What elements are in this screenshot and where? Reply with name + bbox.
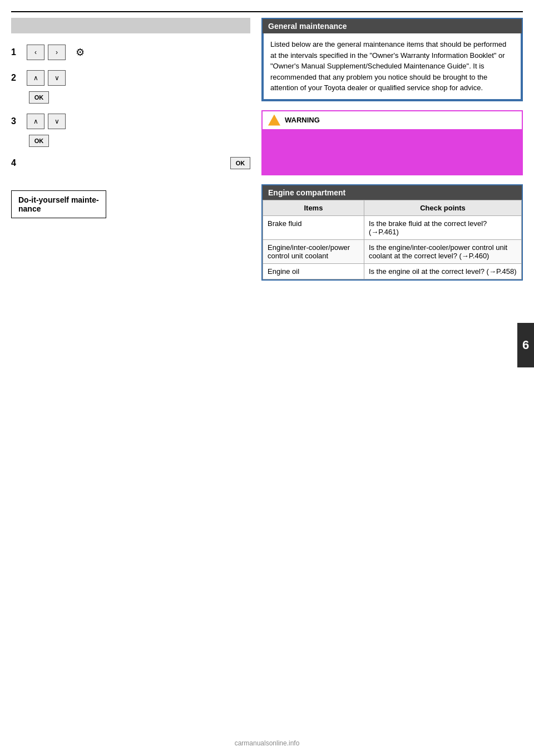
step2-ok-button[interactable]: OK [29, 91, 49, 104]
step2-up-arrow[interactable]: ∧ [27, 70, 44, 86]
warning-content [263, 130, 522, 174]
general-maintenance-header: General maintenance [263, 19, 522, 33]
chapter-number: 6 [517, 323, 534, 367]
left-top-bar-text [16, 22, 17, 30]
step2-number: 2 [11, 73, 22, 83]
table-row: Engine oilIs the engine oil at the corre… [263, 263, 522, 279]
engine-table: Items Check points Brake fluidIs the bra… [263, 200, 522, 279]
step4-container: 4 OK [11, 157, 250, 169]
general-maintenance-box: General maintenance Listed below are the… [261, 18, 523, 101]
top-divider [11, 11, 523, 12]
step1-number: 1 [11, 47, 22, 57]
step2-container: 2 ∧ ∨ OK [11, 70, 250, 104]
gear-icon: ⚙ [76, 46, 85, 58]
left-top-bar [11, 18, 250, 33]
step3-arrows: ∧ ∨ [27, 114, 67, 129]
step3-down-arrow[interactable]: ∨ [48, 114, 66, 129]
step3-up-arrow[interactable]: ∧ [27, 114, 44, 129]
table-cell-item: Brake fluid [263, 215, 364, 239]
table-col-check: Check points [364, 200, 521, 215]
table-cell-check: Is the engine oil at the correct level? … [364, 263, 521, 279]
table-row: Brake fluidIs the brake fluid at the cor… [263, 215, 522, 239]
watermark: carmanualsonline.info [235, 739, 300, 747]
table-cell-item: Engine/inter-cooler/power control unit c… [263, 239, 364, 263]
warning-header: WARNING [263, 111, 522, 130]
right-column: General maintenance Listed below are the… [261, 18, 523, 286]
table-cell-item: Engine oil [263, 263, 364, 279]
engine-compartment-box: Engine compartment Items Check points Br… [261, 184, 523, 281]
step4-number: 4 [11, 158, 22, 168]
warning-box: WARNING [261, 110, 523, 175]
table-col-items: Items [263, 200, 364, 215]
step1-right-arrow[interactable]: › [48, 45, 66, 60]
step1-container: 1 ‹ › ⚙ [11, 45, 250, 60]
table-row: Engine/inter-cooler/power control unit c… [263, 239, 522, 263]
step2-arrows: ∧ ∨ [27, 70, 67, 86]
diy-line1: Do-it-yourself mainte- [18, 195, 99, 204]
step1-arrows: ‹ › [27, 45, 67, 60]
step4-ok-button[interactable]: OK [230, 157, 250, 169]
step1-left-arrow[interactable]: ‹ [27, 45, 44, 60]
left-column: 1 ‹ › ⚙ 2 ∧ ∨ OK [11, 18, 250, 286]
diy-line2: nance [18, 204, 99, 213]
table-cell-check: Is the brake fluid at the correct level?… [364, 215, 521, 239]
step3-container: 3 ∧ ∨ OK [11, 114, 250, 147]
warning-label: WARNING [285, 116, 320, 124]
step3-number: 3 [11, 116, 22, 126]
table-cell-check: Is the engine/inter-cooler/power control… [364, 239, 521, 263]
step2-down-arrow[interactable]: ∨ [48, 70, 66, 86]
general-maintenance-content: Listed below are the general maintenance… [263, 33, 522, 100]
warning-triangle-icon [268, 115, 280, 126]
diy-box: Do-it-yourself mainte- nance [11, 190, 106, 218]
engine-compartment-header: Engine compartment [263, 185, 522, 200]
step3-ok-button[interactable]: OK [29, 135, 49, 147]
